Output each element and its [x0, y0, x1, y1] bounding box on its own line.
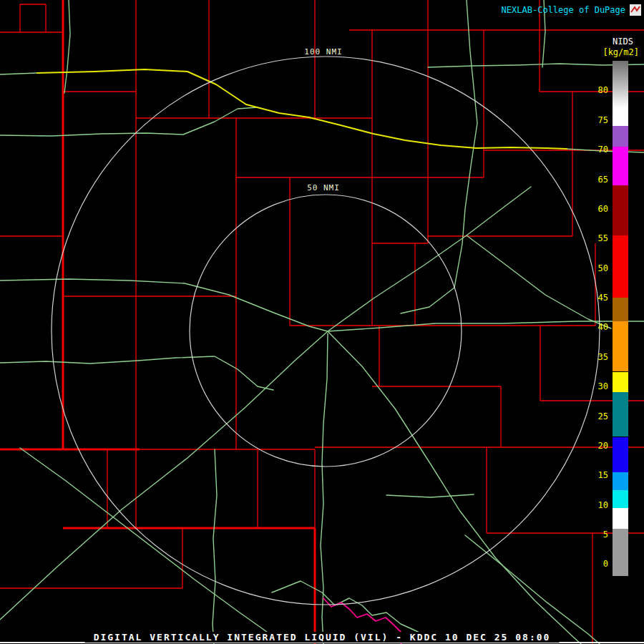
colorbar-tick-label: 30	[582, 381, 608, 391]
colorbar-tick-label: 55	[582, 233, 608, 243]
colorbar-ticks: 80757065605550454035302520151050	[582, 61, 608, 576]
colorbar-tick-label: 70	[582, 145, 608, 155]
footer: DIGITAL VERTICALLY INTEGRATED LIQUID (VI…	[0, 628, 644, 644]
colorbar-segment	[613, 437, 628, 473]
colorbar-segment	[613, 392, 628, 436]
footer-title: DIGITAL VERTICALLY INTEGRATED LIQUID (VI…	[85, 632, 560, 643]
colorbar-segment	[613, 61, 628, 108]
range-ring-label-100: 100 NMI	[304, 47, 342, 57]
colorbar-units: [kg/m2]	[602, 47, 639, 57]
colorbar-tick-label: 10	[582, 500, 608, 510]
colorbar-tick-label: 5	[582, 530, 608, 540]
colorbar-segment	[613, 472, 628, 490]
colorbar-bar	[613, 61, 628, 576]
colorbar-tick-label: 80	[582, 85, 608, 95]
colorbar-segment	[613, 108, 628, 126]
colorbar-tick-label: 75	[582, 115, 608, 125]
colorbar-segment	[613, 508, 628, 529]
colorbar-segment	[613, 490, 628, 508]
colorbar-segment	[613, 126, 628, 147]
colorbar-segment	[613, 529, 628, 576]
colorbar-segment	[613, 298, 628, 321]
cod-logo-icon	[629, 4, 642, 16]
road-network	[0, 0, 644, 644]
colorbar-segment	[613, 185, 628, 235]
colorbar-title: NIDS	[613, 36, 633, 47]
radar-display: 100 NMI 50 NMI NEXLAB-College of DuPage …	[0, 0, 644, 644]
colorbar-tick-label: 65	[582, 175, 608, 185]
colorbar-tick-label: 25	[582, 411, 608, 421]
colorbar-tick-label: 50	[582, 263, 608, 273]
colorbar-tick-label: 60	[582, 204, 608, 214]
colorbar-segment	[613, 321, 628, 371]
colorbar-tick-label: 15	[582, 470, 608, 480]
colorbar-segment	[613, 372, 628, 393]
branding: NEXLAB-College of DuPage	[502, 4, 642, 16]
range-ring-label-50: 50 NMI	[307, 183, 340, 192]
branding-text: NEXLAB-College of DuPage	[502, 5, 625, 15]
colorbar-tick-label: 0	[582, 559, 608, 569]
colorbar-tick-label: 35	[582, 352, 608, 362]
colorbar-tick-label: 40	[582, 322, 608, 332]
colorbar-segment	[613, 235, 628, 298]
radar-map	[0, 0, 644, 644]
colorbar-segment	[613, 147, 628, 185]
colorbar-tick-label: 45	[582, 293, 608, 303]
colorbar-tick-label: 20	[582, 441, 608, 451]
